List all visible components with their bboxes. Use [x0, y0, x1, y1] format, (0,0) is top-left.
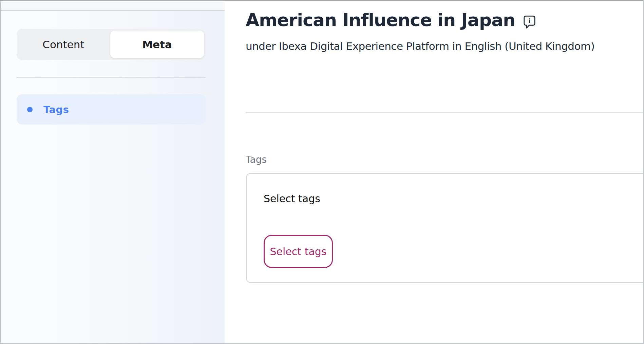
tab-meta[interactable]: Meta	[110, 31, 204, 58]
tab-content-label: Content	[42, 38, 84, 51]
header-divider	[246, 112, 644, 113]
tab-content[interactable]: Content	[17, 29, 110, 60]
active-dot-icon	[27, 107, 33, 112]
select-tags-button[interactable]: Select tags	[264, 235, 333, 268]
tab-meta-label: Meta	[142, 38, 172, 51]
sidebar-item-tags-label: Tags	[43, 104, 69, 115]
content-meta-tab-switcher: Content Meta	[17, 29, 206, 60]
content-edit-window: Content Meta Tags American Influence in …	[0, 0, 644, 344]
content-location-subtitle: under Ibexa Digital Experience Platform …	[246, 40, 594, 52]
tags-field-inner-label: Select tags	[264, 193, 320, 205]
page-title: American Influence in Japan	[246, 9, 515, 31]
tags-field-group: Select tags Select tags	[246, 173, 644, 283]
sidebar-top-strip	[1, 1, 225, 11]
svg-text:i: i	[528, 17, 531, 25]
title-row: American Influence in Japan i	[246, 9, 536, 31]
sidebar-item-tags[interactable]: Tags	[17, 94, 206, 125]
select-tags-button-label: Select tags	[270, 246, 327, 257]
edit-sidebar: Content Meta Tags	[1, 1, 225, 343]
tags-field-label: Tags	[246, 154, 267, 165]
info-speech-bubble-icon[interactable]: i	[523, 15, 536, 31]
main-edit-area: American Influence in Japan i under Ibex…	[225, 1, 643, 343]
sidebar-divider	[17, 77, 206, 78]
